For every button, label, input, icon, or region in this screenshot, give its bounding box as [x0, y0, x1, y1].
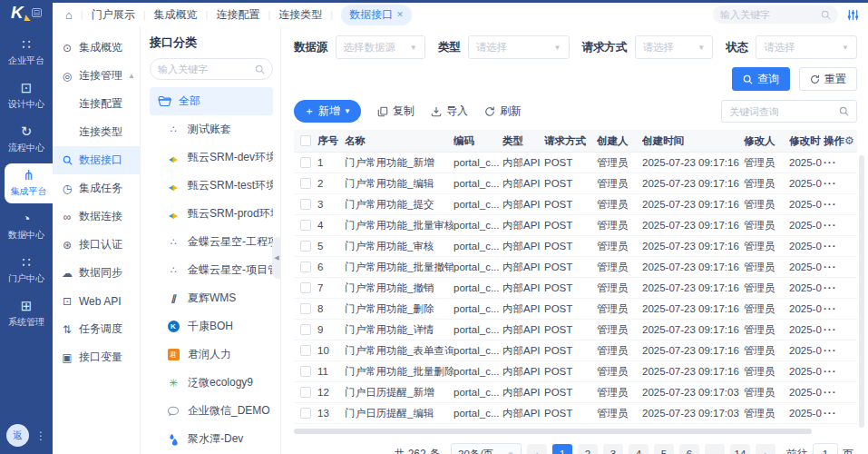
row-more-icon[interactable]: ···: [824, 366, 837, 377]
page-size-select[interactable]: 20条/页 ▼: [451, 443, 522, 454]
cell-name[interactable]: 门户常用功能_批量撤销: [345, 261, 454, 274]
tab-3[interactable]: 连接配置: [216, 7, 259, 23]
tab-5[interactable]: 数据接口✕: [341, 5, 412, 25]
import-button[interactable]: 导入: [431, 104, 468, 119]
row-more-icon[interactable]: ···: [824, 178, 837, 189]
cell-name[interactable]: 门户日历提醒_编辑: [345, 407, 454, 420]
cell-name[interactable]: 门户常用功能_删除: [345, 302, 454, 316]
filter-select-4[interactable]: 请选择▼: [756, 35, 857, 59]
sidebar-item-1[interactable]: ⊙集成概览: [53, 34, 140, 62]
prev-page-button[interactable]: ‹: [527, 444, 547, 454]
keyword-search[interactable]: [721, 100, 857, 123]
collapse-rail-icon[interactable]: ⊟: [32, 8, 43, 17]
tree-item-12[interactable]: 企业微信_DEMO: [150, 397, 273, 425]
row-more-icon[interactable]: ···: [824, 303, 837, 314]
cell-name[interactable]: 门户常用功能_批量审核: [345, 219, 454, 232]
sidebar-item-8[interactable]: ⊛接口认证: [53, 231, 140, 259]
sidebar-item-2[interactable]: ◎连接管理▲: [53, 62, 140, 90]
sidebar-item-7[interactable]: ∞数据连接: [53, 202, 140, 231]
row-checkbox[interactable]: [300, 408, 311, 419]
refresh-button[interactable]: 刷新: [484, 104, 522, 119]
row-actions-cell[interactable]: ···: [824, 178, 857, 189]
row-more-icon[interactable]: ···: [824, 408, 837, 419]
close-icon[interactable]: ✕: [396, 10, 404, 19]
tree-item-11[interactable]: ✳泛微ecology9: [150, 369, 273, 397]
sidebar-item-10[interactable]: ⊡Web API: [53, 287, 140, 315]
row-actions-cell[interactable]: ···: [824, 345, 857, 356]
row-more-icon[interactable]: ···: [824, 387, 837, 398]
page-button-3[interactable]: 3: [603, 444, 623, 454]
rail-item-1[interactable]: ∷企业平台: [0, 33, 53, 73]
row-checkbox[interactable]: [300, 178, 311, 189]
next-page-button[interactable]: ›: [756, 444, 775, 454]
vertical-scrollbar[interactable]: [859, 155, 864, 428]
tree-item-1[interactable]: 全部: [150, 87, 273, 115]
row-actions-cell[interactable]: ···: [824, 241, 857, 252]
row-actions-cell[interactable]: ···: [824, 366, 857, 377]
row-more-icon[interactable]: ···: [824, 345, 837, 356]
avatar[interactable]: 返: [6, 424, 29, 447]
row-more-icon[interactable]: ···: [824, 241, 837, 252]
row-more-icon[interactable]: ···: [824, 220, 837, 231]
panel-collapse-handle[interactable]: ◀: [272, 237, 281, 279]
global-search[interactable]: [713, 5, 838, 24]
row-checkbox[interactable]: [300, 199, 311, 210]
tree-item-3[interactable]: ◀▶甄云SRM-dev环境...: [150, 143, 273, 172]
row-more-icon[interactable]: ···: [824, 157, 837, 168]
page-button-2[interactable]: 2: [578, 444, 598, 454]
row-actions-cell[interactable]: ···: [824, 324, 857, 335]
rail-item-4[interactable]: ⋔集成平台: [5, 163, 53, 203]
tree-item-8[interactable]: ∥夏辉WMS: [150, 284, 273, 312]
add-button[interactable]: ＋ 新增 ▼: [294, 100, 361, 123]
sidebar-item-12[interactable]: ▣接口变量: [53, 343, 140, 371]
row-actions-cell[interactable]: ···: [824, 262, 857, 272]
cell-name[interactable]: 门户常用功能_提交: [345, 198, 454, 212]
tab-2[interactable]: 集成概览: [154, 7, 198, 23]
filter-select-3[interactable]: 请选择▼: [635, 35, 714, 59]
sidebar-item-6[interactable]: ◷集成任务: [53, 174, 140, 202]
sidebar-item-4[interactable]: 连接类型: [53, 118, 140, 146]
row-checkbox[interactable]: [300, 241, 311, 252]
horizontal-scrollbar[interactable]: [294, 429, 812, 434]
rail-item-5[interactable]: ◔数据中心: [0, 207, 53, 247]
cell-name[interactable]: 门户常用功能_表单查询: [345, 344, 454, 358]
sidebar-item-3[interactable]: 连接配置: [53, 90, 140, 118]
sidebar-item-9[interactable]: ☁数据同步: [53, 259, 140, 287]
sidebar-item-11[interactable]: ⇅任务调度: [53, 315, 140, 343]
tab-1[interactable]: 门户展示: [92, 7, 135, 23]
home-icon[interactable]: ⌂: [65, 8, 73, 22]
column-settings-gear-icon[interactable]: ⚙: [844, 134, 857, 147]
row-checkbox[interactable]: [300, 157, 311, 168]
tree-item-7[interactable]: ∴金蝶云星空-项目管...: [150, 256, 273, 284]
cell-name[interactable]: 门户常用功能_撤销: [345, 281, 454, 295]
page-button-4[interactable]: 4: [629, 444, 649, 454]
page-button-6[interactable]: 6: [679, 444, 699, 454]
tree-item-6[interactable]: ∴金蝶云星空-工程项...: [150, 228, 273, 256]
row-actions-cell[interactable]: ···: [824, 199, 857, 210]
row-actions-cell[interactable]: ···: [824, 303, 857, 314]
copy-button[interactable]: 复制: [377, 104, 414, 119]
tree-item-13[interactable]: 聚水潭-Dev: [150, 425, 273, 453]
row-more-icon[interactable]: ···: [824, 282, 837, 293]
row-more-icon[interactable]: ···: [824, 262, 837, 272]
row-checkbox[interactable]: [300, 387, 311, 398]
row-checkbox[interactable]: [300, 324, 311, 335]
filter-select-1[interactable]: 选择数据源▼: [336, 35, 425, 59]
tab-4[interactable]: 连接类型: [278, 7, 322, 23]
cell-name[interactable]: 门户常用功能_编辑: [345, 177, 454, 191]
cell-name[interactable]: 门户常用功能_批量删除: [345, 365, 454, 379]
tree-item-9[interactable]: K千康BOH: [150, 312, 273, 340]
cell-name[interactable]: 门户常用功能_审核: [345, 240, 454, 253]
row-checkbox[interactable]: [300, 303, 311, 314]
row-checkbox[interactable]: [300, 282, 311, 293]
row-actions-cell[interactable]: ···: [824, 408, 857, 419]
row-actions-cell[interactable]: ···: [824, 282, 857, 293]
select-all-checkbox[interactable]: [300, 135, 311, 146]
rail-item-3[interactable]: ↻流程中心: [0, 120, 53, 160]
filter-select-2[interactable]: 请选择▼: [468, 35, 570, 59]
rail-item-6[interactable]: ∷门户中心: [0, 251, 53, 291]
global-search-input[interactable]: [720, 9, 815, 20]
row-checkbox[interactable]: [300, 345, 311, 356]
row-actions-cell[interactable]: ···: [824, 387, 857, 398]
filter-sliders-icon[interactable]: [847, 9, 859, 21]
